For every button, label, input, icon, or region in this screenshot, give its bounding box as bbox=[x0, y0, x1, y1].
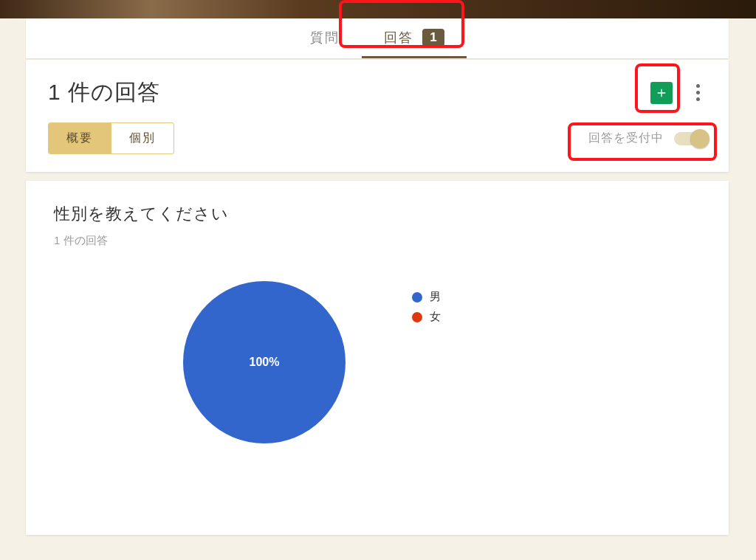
view-mode-tabs: 概要 個別 bbox=[48, 122, 174, 154]
sheets-icon bbox=[656, 87, 667, 99]
form-hero-strip bbox=[0, 0, 756, 18]
kebab-dot-icon bbox=[696, 84, 700, 88]
legend-item-male: 男 bbox=[412, 290, 441, 304]
legend-label: 女 bbox=[430, 310, 441, 324]
accepting-responses-toggle[interactable] bbox=[674, 132, 707, 145]
kebab-dot-icon bbox=[696, 97, 700, 101]
tab-questions[interactable]: 質問 bbox=[288, 18, 362, 58]
toggle-knob-icon bbox=[690, 129, 709, 148]
view-tab-summary-label: 概要 bbox=[66, 131, 93, 144]
pie-chart-region: 100% 男 女 bbox=[54, 281, 701, 443]
legend-dot-icon bbox=[412, 292, 422, 303]
form-tab-bar: 質問 回答 1 bbox=[26, 18, 729, 58]
question-response-count: 1 件の回答 bbox=[54, 234, 701, 248]
view-tab-individual[interactable]: 個別 bbox=[111, 123, 173, 153]
tab-responses[interactable]: 回答 1 bbox=[362, 18, 466, 58]
legend-label: 男 bbox=[430, 290, 441, 304]
legend-dot-icon bbox=[412, 312, 422, 322]
view-tab-individual-label: 個別 bbox=[129, 131, 156, 144]
create-spreadsheet-button[interactable] bbox=[650, 82, 673, 104]
legend-item-female: 女 bbox=[412, 310, 441, 324]
tab-responses-label: 回答 bbox=[384, 29, 413, 46]
pie-chart: 100% bbox=[183, 281, 346, 443]
tab-questions-label: 質問 bbox=[310, 29, 340, 46]
responses-count-badge: 1 bbox=[422, 29, 444, 46]
question-title: 性別を教えてください bbox=[54, 203, 701, 225]
pie-center-label: 100% bbox=[250, 356, 280, 369]
question-response-card: 性別を教えてください 1 件の回答 100% 男 女 bbox=[26, 181, 729, 535]
chart-legend: 男 女 bbox=[412, 290, 441, 324]
more-options-button[interactable] bbox=[689, 84, 707, 102]
responses-title: 1 件の回答 bbox=[48, 77, 160, 108]
responses-header-card: 1 件の回答 概要 bbox=[26, 60, 729, 172]
view-tab-summary[interactable]: 概要 bbox=[49, 123, 111, 153]
kebab-dot-icon bbox=[696, 91, 700, 94]
accepting-responses-label: 回答を受付中 bbox=[588, 131, 664, 146]
